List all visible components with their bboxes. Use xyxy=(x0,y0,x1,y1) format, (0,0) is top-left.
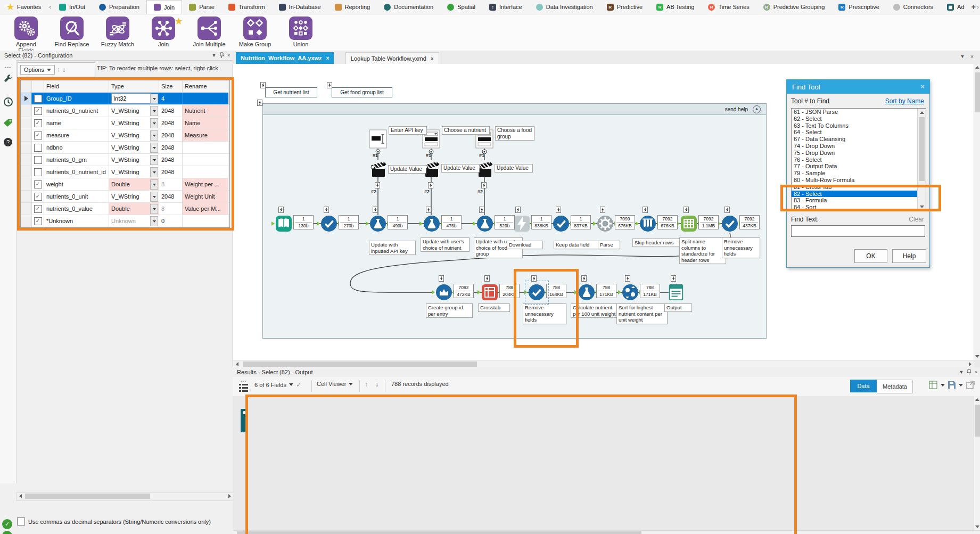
rename-cell[interactable] xyxy=(183,215,228,227)
save-icon[interactable] xyxy=(948,381,963,389)
field-checkbox[interactable]: ✓ xyxy=(34,217,42,225)
field-row[interactable]: ✓nutrients_0_nutrientV_WString2048Nutrie… xyxy=(21,105,229,117)
copy-table-icon[interactable] xyxy=(929,381,945,389)
checkbox-cell[interactable]: ✓ xyxy=(32,215,44,227)
config-horizontal-scrollbar[interactable] xyxy=(16,492,234,501)
field-checkbox[interactable] xyxy=(34,168,42,176)
scroll-up-icon[interactable] xyxy=(974,64,980,71)
ribbon-tab-prescriptive[interactable]: RPrescriptive xyxy=(831,1,886,14)
row-selector-cell[interactable] xyxy=(21,117,32,129)
canvas-vertical-scrollbar[interactable] xyxy=(974,64,980,360)
type-dropdown-icon[interactable] xyxy=(150,216,158,226)
type-dropdown-icon[interactable] xyxy=(150,204,158,214)
document-tab[interactable]: Lookup Table Workflow.yxmd× xyxy=(345,52,439,65)
type-cell[interactable]: Double xyxy=(109,178,159,190)
type-cell[interactable]: V_WString xyxy=(109,154,159,166)
ribbon-tab-preparation[interactable]: Preparation xyxy=(92,1,146,14)
help-icon[interactable]: ? xyxy=(2,136,14,149)
tool-make-group[interactable]: Make Group xyxy=(232,14,278,47)
runner-icon[interactable] xyxy=(2,95,14,108)
checkbox-cell[interactable] xyxy=(32,166,44,178)
add-tab-button[interactable]: + xyxy=(971,3,976,11)
ribbon-scroll-left-icon[interactable]: ‹ xyxy=(48,3,52,11)
scroll-thumb[interactable] xyxy=(975,72,980,112)
scroll-right-icon[interactable] xyxy=(226,493,233,499)
tool-list-item[interactable]: 84 - Sort xyxy=(792,204,926,211)
action-button-get-food-group-list[interactable]: Get food group list xyxy=(332,87,392,97)
type-dropdown-icon[interactable] xyxy=(150,106,158,116)
workflow-tool-tubes[interactable] xyxy=(639,215,656,232)
action-button-get-nutrient-list[interactable]: Get nutrient list xyxy=(265,87,317,97)
ribbon-tab-documentation[interactable]: Documentation xyxy=(377,1,440,14)
field-row[interactable]: ✓nutrients_0_valueDouble8Value per M... xyxy=(21,203,229,215)
ribbon-tab-favorites[interactable]: ★Favorites xyxy=(0,1,48,14)
ribbon-tab-reporting[interactable]: Reporting xyxy=(328,1,377,14)
ribbon-tab-predictive[interactable]: RPredictive xyxy=(600,1,649,14)
field-row[interactable]: ✓measureV_WString2048Measure xyxy=(21,129,229,142)
type-dropdown-icon[interactable] xyxy=(150,118,158,128)
workflow-tool-greentable[interactable] xyxy=(680,215,697,232)
tool-list-item[interactable]: 80 - Multi-Row Formula xyxy=(792,177,926,184)
field-row[interactable]: nutrients_0_gmV_WString2048 xyxy=(21,154,229,166)
field-row[interactable]: ✓*UnknownUnknown0Dynam xyxy=(21,215,229,227)
row-up-icon[interactable]: ↑ xyxy=(365,381,368,388)
scroll-down-icon[interactable] xyxy=(974,353,980,360)
row-selector-cell[interactable] xyxy=(21,105,32,117)
row-selector-cell[interactable] xyxy=(21,93,32,104)
type-dropdown-icon[interactable] xyxy=(150,155,158,165)
field-row[interactable]: ndbnoV_WString2048 xyxy=(21,142,229,154)
tab-close-icon[interactable]: × xyxy=(431,56,434,62)
row-selector-cell[interactable] xyxy=(21,129,32,141)
ribbon-tab-predictive-grouping[interactable]: RPredictive Grouping xyxy=(756,1,832,14)
rename-cell[interactable]: Value per M... xyxy=(183,203,228,215)
tab-close-icon[interactable]: × xyxy=(326,55,330,61)
rename-cell[interactable] xyxy=(183,154,228,166)
scroll-right-icon[interactable] xyxy=(966,360,974,367)
workflow-tool-select[interactable] xyxy=(553,215,570,232)
ribbon-tab-ab-testing[interactable]: RAB Testing xyxy=(649,1,701,14)
workflow-tool-select[interactable] xyxy=(320,215,337,232)
options-button[interactable]: Options xyxy=(20,65,55,75)
row-selector-cell[interactable] xyxy=(21,142,32,153)
pin-icon[interactable] xyxy=(218,52,225,59)
type-cell[interactable]: V_WString xyxy=(109,142,159,153)
tool-join-multiple[interactable]: Join Multiple xyxy=(186,14,232,47)
panel-menu-icon[interactable]: ▼ xyxy=(210,53,218,58)
workflow-tool-crosstab[interactable] xyxy=(481,284,498,301)
workflow-tool-textinput[interactable] xyxy=(369,129,387,149)
pin-icon[interactable] xyxy=(965,369,973,376)
field-checkbox[interactable]: ✓ xyxy=(34,132,42,139)
ribbon-tab-parse[interactable]: Parse xyxy=(182,1,221,14)
field-row[interactable]: ✓nameV_WString2048Name xyxy=(21,117,229,129)
container-header[interactable]: send help▲ xyxy=(263,104,766,115)
checkbox-cell[interactable]: ✓ xyxy=(32,105,44,117)
tool-list-item[interactable]: 74 - Drop Down xyxy=(792,143,926,150)
type-dropdown-icon[interactable] xyxy=(150,94,158,104)
tabbar-close-icon[interactable]: × xyxy=(968,53,976,60)
tool-list-item[interactable]: 77 - Output Data xyxy=(792,163,926,170)
tool-find-replace[interactable]: Find Replace xyxy=(49,14,95,47)
new-window-icon[interactable] xyxy=(966,381,975,389)
tool-list-item[interactable]: 76 - Select xyxy=(792,157,926,163)
field-checkbox[interactable] xyxy=(34,144,42,152)
rename-cell[interactable]: Measure xyxy=(183,129,228,141)
type-dropdown-icon[interactable] xyxy=(150,179,158,190)
row-selector-cell[interactable] xyxy=(21,203,32,215)
checkbox-cell[interactable] xyxy=(32,154,44,166)
type-dropdown-icon[interactable] xyxy=(150,130,158,141)
tool-append-fields[interactable]: AppendFields xyxy=(3,14,49,54)
results-vertical-scrollbar[interactable] xyxy=(974,396,980,530)
ribbon-tab-transform[interactable]: Transform xyxy=(221,1,272,14)
tool-list[interactable]: 61 - JSON Parse62 - Select63 - Text To C… xyxy=(791,108,926,211)
checkbox-cell[interactable] xyxy=(32,142,44,153)
tool-list-item[interactable]: 64 - Select xyxy=(792,129,926,136)
fields-dropdown[interactable]: 6 of 6 Fields ✓ xyxy=(254,381,302,389)
move-down-icon[interactable]: ↓ xyxy=(62,66,65,73)
ribbon-tab-in-out[interactable]: In/Out xyxy=(52,1,92,14)
row-selector-cell[interactable] xyxy=(21,154,32,166)
tool-list-item[interactable]: 67 - Data Cleansing xyxy=(792,136,926,143)
field-row[interactable]: Group_IDInt324Formul xyxy=(21,93,229,105)
ribbon-tab-time-series[interactable]: RTime Series xyxy=(701,1,756,14)
rename-cell[interactable]: Name xyxy=(183,117,228,129)
close-icon[interactable]: × xyxy=(973,369,980,375)
